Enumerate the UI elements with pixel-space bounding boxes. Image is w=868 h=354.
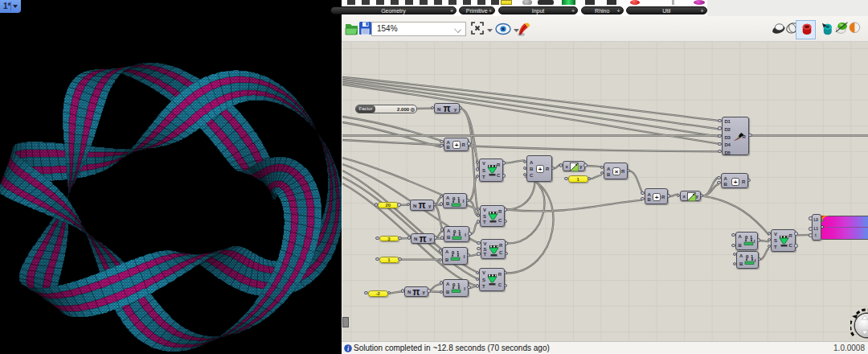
svg-text:0: 0 xyxy=(452,250,455,255)
svg-text:+: + xyxy=(538,166,542,173)
svg-text:0: 0 xyxy=(452,282,456,287)
svg-text:0: 0 xyxy=(745,235,748,240)
svg-text:+: + xyxy=(655,194,659,201)
svg-text:0: 0 xyxy=(452,196,456,201)
svg-text:+: + xyxy=(455,142,459,149)
svg-text:+: + xyxy=(733,178,737,185)
svg-text:0: 0 xyxy=(746,254,749,259)
svg-text:×: × xyxy=(615,168,619,175)
svg-text:0: 0 xyxy=(453,229,457,234)
